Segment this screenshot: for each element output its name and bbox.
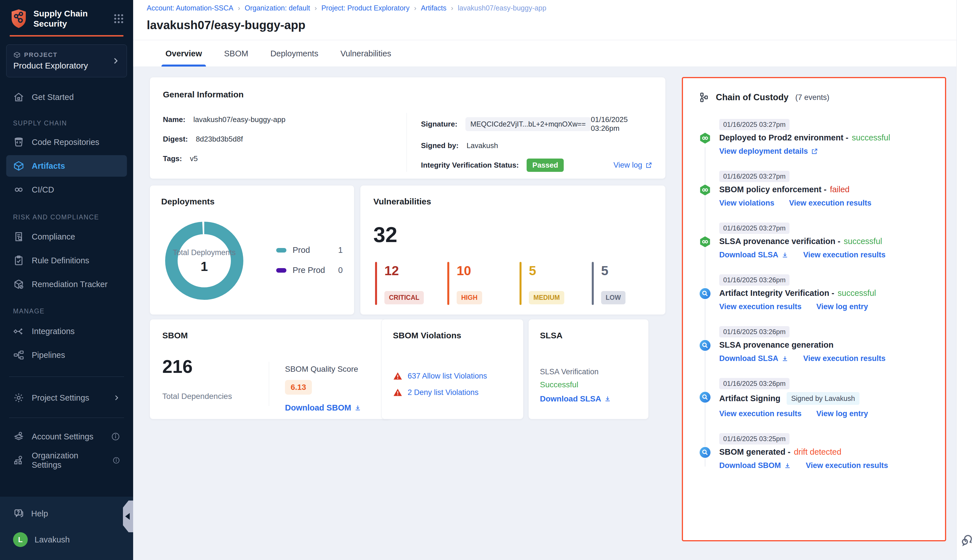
section-risk-compliance: RISK AND COMPLIANCE (6, 212, 127, 223)
tab-vulnerabilities[interactable]: Vulnerabilities (341, 40, 391, 67)
breadcrumb-separator: › (414, 4, 416, 12)
sidebar-item-account-settings[interactable]: Account Settings (6, 428, 127, 446)
avatar: L (13, 532, 28, 547)
module-grid-icon[interactable] (113, 13, 125, 25)
view-execution-results-link[interactable]: View execution results (719, 302, 802, 311)
chain-of-custody-icon (699, 92, 710, 103)
project-label: PROJECT (24, 51, 57, 58)
breadcrumb-project[interactable]: Project: Product Exploratory (321, 4, 409, 12)
download-icon (781, 355, 789, 362)
scan-step-icon (699, 446, 711, 458)
event-timestamp: 01/16/2025 03:26pm (719, 274, 790, 286)
support-chat-icon[interactable] (960, 533, 975, 548)
signature-timestamp: 01/16/2025 03:26pm (591, 115, 652, 133)
sidebar-item-remediation-tracker[interactable]: Remediation Tracker (6, 275, 127, 293)
compliance-doc-search-icon (13, 231, 24, 242)
severity-low: 5 LOW (592, 262, 664, 305)
breadcrumb-artifacts[interactable]: Artifacts (421, 4, 446, 12)
account-layers-icon (13, 431, 24, 442)
download-slsa-link[interactable]: Download SLSA (540, 394, 637, 403)
view-execution-results-link[interactable]: View execution results (719, 409, 802, 418)
field-tags: Tags: v5 (163, 154, 406, 163)
breadcrumb-separator: › (238, 4, 240, 12)
scan-step-icon (699, 391, 711, 403)
slsa-card: SLSA SLSA Verification Successful Downlo… (528, 319, 649, 419)
sidebar-item-pipelines[interactable]: Pipelines (6, 346, 127, 364)
card-title: General Information (163, 90, 652, 99)
field-integrity-status: Integrity Verification Status: Passed Vi… (421, 158, 652, 172)
sidebar-item-integrations[interactable]: Integrations (6, 322, 127, 340)
sidebar-item-code-repositories[interactable]: Code Repositories (6, 133, 127, 151)
deny-list-violations-link[interactable]: 2 Deny list Violations (408, 388, 478, 397)
field-digest: Digest: 8d23bd3b5d8f (163, 135, 406, 143)
tab-sbom[interactable]: SBOM (224, 40, 248, 67)
download-slsa-link[interactable]: Download SLSA (719, 250, 789, 259)
download-sbom-link[interactable]: Download SBOM (285, 403, 379, 412)
view-deployment-details-link[interactable]: View deployment details (719, 147, 818, 156)
severity-medium: 5 MEDIUM (520, 262, 592, 305)
sidebar: Supply Chain Security PROJECT Product Ex… (0, 0, 133, 560)
help-button[interactable]: Help (13, 505, 120, 523)
nav-divider (9, 377, 124, 377)
view-log-entry-link[interactable]: View log entry (816, 302, 868, 311)
download-icon (784, 462, 791, 469)
app-title: Supply Chain Security (33, 8, 113, 29)
view-execution-results-link[interactable]: View execution results (804, 354, 886, 363)
event-status: successful (852, 133, 890, 142)
view-log-link[interactable]: View log (613, 161, 652, 170)
artifacts-cube-icon (13, 160, 24, 172)
info-icon (111, 432, 120, 441)
tab-deployments[interactable]: Deployments (270, 40, 318, 67)
pipeline-success-icon (699, 132, 711, 144)
tab-overview[interactable]: Overview (165, 40, 202, 67)
custody-timeline: 01/16/2025 03:27pm Deployed to Prod2 env… (699, 119, 934, 470)
sidebar-header: Supply Chain Security (0, 0, 133, 29)
clipboard-check-icon (13, 255, 24, 266)
view-execution-results-link[interactable]: View execution results (789, 199, 872, 208)
deployments-legend: Prod 1 Pre Prod 0 (276, 245, 343, 275)
download-slsa-link[interactable]: Download SLSA (719, 354, 789, 363)
events-count: (7 events) (795, 93, 829, 102)
breadcrumb-organization[interactable]: Organization: default (245, 4, 310, 12)
vulnerabilities-card: Vulnerabilities 32 12 CRITICAL 10 HIGH (360, 185, 666, 315)
user-menu[interactable]: L Lavakush (13, 530, 120, 549)
field-name: Name: lavakush07/easy-buggy-app (163, 115, 406, 124)
allow-list-violations-link[interactable]: 637 Allow list Violations (408, 372, 487, 380)
card-title: SBOM Violations (393, 331, 512, 340)
field-signature: Signature: MEQCICde2VjIT...bL+2+mqnOXw==… (421, 115, 652, 133)
event-status: drift detected (794, 447, 841, 457)
download-sbom-link[interactable]: Download SBOM (719, 461, 791, 470)
home-icon (13, 92, 24, 103)
sidebar-item-rule-definitions[interactable]: Rule Definitions (6, 252, 127, 270)
sbom-violations-card: SBOM Violations 637 Allow list Violation… (381, 319, 523, 419)
page-title: lavakush07/easy-buggy-app (147, 18, 979, 32)
event-status: successful (844, 237, 882, 246)
code-repository-icon (13, 137, 24, 148)
view-log-entry-link[interactable]: View log entry (816, 409, 868, 418)
field-signed-by: Signed by: Lavakush (421, 141, 652, 150)
sidebar-item-project-settings[interactable]: Project Settings (6, 389, 127, 407)
sidebar-item-cicd[interactable]: CI/CD (6, 181, 127, 199)
pipeline-success-icon (699, 184, 711, 196)
signed-by-badge: Signed by Lavakush (787, 392, 859, 405)
status-badge-passed: Passed (526, 158, 564, 172)
view-execution-results-link[interactable]: View execution results (804, 250, 886, 259)
sidebar-item-compliance[interactable]: Compliance (6, 228, 127, 246)
view-execution-results-link[interactable]: View execution results (806, 461, 888, 470)
breadcrumb-account[interactable]: Account: Automation-SSCA (147, 4, 234, 12)
sbom-quality-score-label: SBOM Quality Score (285, 365, 379, 374)
view-violations-link[interactable]: View violations (719, 199, 775, 208)
vulnerabilities-total: 32 (373, 222, 652, 247)
signature-value: MEQCICde2VjIT...bL+2+mqnOXw== (465, 117, 591, 131)
scan-step-icon (699, 287, 711, 300)
sidebar-item-get-started[interactable]: Get Started (6, 88, 127, 106)
chevron-right-icon (113, 394, 120, 402)
legend-prod: Prod 1 (276, 245, 343, 255)
warning-triangle-icon (393, 372, 403, 380)
project-selector[interactable]: PROJECT Product Exploratory (6, 45, 127, 77)
sidebar-item-organization-settings[interactable]: Organization Settings (6, 451, 127, 469)
user-name: Lavakush (35, 535, 70, 545)
general-information-card: General Information Name: lavakush07/eas… (150, 77, 666, 179)
app-logo-shield-icon (10, 8, 28, 29)
sidebar-item-artifacts[interactable]: Artifacts (6, 155, 127, 177)
